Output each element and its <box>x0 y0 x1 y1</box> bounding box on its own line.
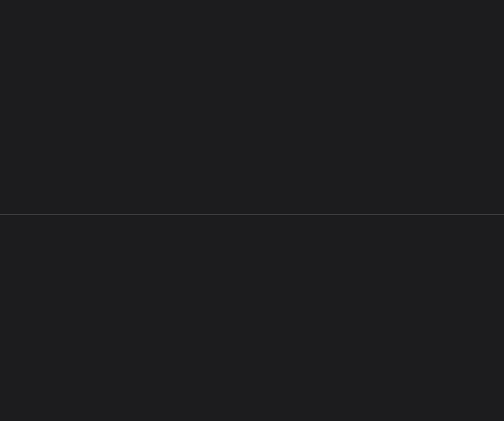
editor-pane <box>0 0 504 214</box>
desktop-screen: dule type of file:///Users/yehjiajun/Des… <box>0 0 504 421</box>
terminal-pane[interactable]: dule type of file:///Users/yehjiajun/Des… <box>0 215 504 421</box>
